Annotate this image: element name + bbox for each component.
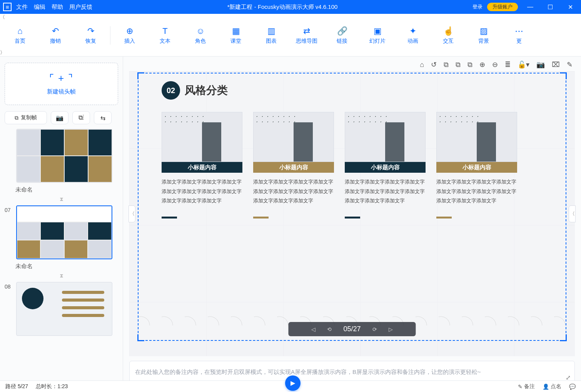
category-card[interactable]: 小标题内容添加文字添加文字添加文字添加文字添加文字添加文字添加文字添加文字添加文… [162,112,242,219]
login-link[interactable]: 登录 [472,3,482,10]
ribbon-文本[interactable]: T文本 [149,24,181,47]
canvas-tool-icon[interactable]: ✎ [567,60,573,69]
maximize-button[interactable]: ☐ [543,3,558,11]
card-body-text: 添加文字添加文字添加文字添加文字添加文字添加文字添加文字添加文字添加文字添加文字… [253,177,334,206]
menu-feedback[interactable]: 用户反馈 [69,3,92,11]
ribbon-更[interactable]: ⋯更 [503,24,535,47]
ribbon-图表[interactable]: ▥图表 [255,24,287,47]
next-page-icon[interactable]: ▷ [389,326,393,332]
card-accent [162,217,177,219]
card-subtitle: 小标题内容 [436,162,517,173]
prev-time-icon[interactable]: ⟲ [327,326,332,332]
canvas-tool-icon[interactable]: 🔓▾ [518,60,529,69]
ribbon-插入[interactable]: ⊕插入 [114,24,146,47]
card-accent [436,217,452,219]
status-duration: 总时长：1:23 [36,383,68,390]
ribbon-label: 首页 [15,38,25,45]
menu-file[interactable]: 文件 [16,3,28,11]
next-time-icon[interactable]: ⟳ [372,326,377,332]
camera-button[interactable]: 📷 [51,111,68,124]
canvas-tool-icon[interactable]: ⌧ [552,60,560,69]
ribbon-label: 链接 [337,38,347,45]
canvas-tool-icon[interactable]: ↺ [431,60,437,69]
status-path: 路径 5/27 [5,383,28,390]
card-subtitle: 小标题内容 [253,162,334,173]
card-image [162,112,242,162]
ribbon-label: 背景 [478,38,489,45]
ribbon-思维导图[interactable]: ⇄思维导图 [290,24,323,47]
copy-frame-button[interactable]: ⧉ 复制帧 [5,111,47,124]
canvas[interactable]: 〈 〈 02 风格分类 小标题内容添加文字添加文字添加文字添加文字添加文字添加文… [129,71,575,356]
canvas-tool-icon[interactable]: ⧉ [456,61,461,69]
canvas-tool-icon[interactable]: ⧉ [444,61,449,69]
main-area: ⌜ + ⌝ 新建镜头帧 ▾ ⧉ 复制帧 📷 ⧉⁞ ⇆ 未命名 ⧗ [0,57,581,388]
ribbon-icon: ▥ [266,26,276,36]
ribbon-首页[interactable]: ⌂首页 [4,24,36,47]
category-card[interactable]: 小标题内容添加文字添加文字添加文字添加文字添加文字添加文字添加文字添加文字添加文… [436,112,517,219]
new-frame-icon: ⌜ + ⌝ [49,72,74,84]
ribbon-icon: ▣ [372,26,382,36]
thumbnail-item[interactable] [16,282,112,336]
page-counter: 05/27 [343,325,361,333]
slide-title-text[interactable]: 风格分类 [185,83,228,98]
ribbon-链接[interactable]: 🔗链接 [326,24,358,47]
ribbon-label: 角色 [195,38,206,45]
ribbon-label: 恢复 [85,38,96,45]
ribbon-撤销[interactable]: ↶撤销 [39,24,72,47]
ribbon-课堂[interactable]: ▦课堂 [220,24,252,47]
new-frame-label: 新建镜头帧 [47,88,76,95]
window-title: *新建工程 - Focusky动画演示大师 v4.6.100 [92,3,472,11]
canvas-tool-icon[interactable]: ⌂ [420,61,424,69]
collapse-right-button[interactable]: 〈 [569,205,576,222]
new-frame-button[interactable]: ⌜ + ⌝ 新建镜头帧 [5,63,118,105]
ribbon-背景[interactable]: ▨背景 [467,24,500,47]
canvas-tool-icon[interactable]: ⧉ [467,61,472,69]
card-image [345,112,426,162]
ribbon-动画[interactable]: ✦动画 [397,24,429,47]
thumb-number: 07 [5,207,15,213]
play-button[interactable]: ▶ [285,375,301,391]
slide-content: 02 风格分类 小标题内容添加文字添加文字添加文字添加文字添加文字添加文字添加文… [162,81,550,219]
status-notes-button[interactable]: ✎ 备注 [518,383,535,390]
collapse-sidebar-button[interactable]: 〈 [129,205,135,222]
prev-page-icon[interactable]: ◁ [311,326,316,332]
card-body-text: 添加文字添加文字添加文字添加文字添加文字添加文字添加文字添加文字添加文字添加文字… [436,177,517,206]
menu-help[interactable]: 帮助 [52,3,63,11]
ribbon-icon: ▦ [231,26,241,36]
ribbon-label: 文本 [160,38,170,45]
canvas-tool-icon[interactable]: ⊕ [479,60,485,69]
thumbnail-item[interactable] [16,129,112,183]
category-card[interactable]: 小标题内容添加文字添加文字添加文字添加文字添加文字添加文字添加文字添加文字添加文… [345,112,426,219]
category-card[interactable]: 小标题内容添加文字添加文字添加文字添加文字添加文字添加文字添加文字添加文字添加文… [253,112,334,219]
canvas-tool-icon[interactable]: 📷 [536,60,545,69]
status-roll-call-button[interactable]: 👤 点名 [543,383,561,390]
status-chat-button[interactable]: 💬 [569,384,576,390]
ribbon-label: 交互 [443,38,454,45]
ribbon-label: 动画 [407,38,418,45]
ribbon-恢复[interactable]: ↷恢复 [75,24,107,47]
close-button[interactable]: ✕ [563,3,578,11]
ribbon-幻灯片[interactable]: ▣幻灯片 [361,24,394,47]
qr-button[interactable]: ⧉⁞ [72,111,90,124]
ribbon-scroll-left[interactable]: 〈 [0,14,581,21]
thumbnail-list: 未命名 ⧗ 07 未命名 ⧗ 08 [0,129,123,388]
ribbon-角色[interactable]: ☺角色 [184,24,217,47]
ribbon-label: 图表 [266,38,277,45]
thumbnail-item-selected[interactable] [16,205,112,259]
ribbon-scroll-right[interactable]: 〉 [0,49,581,56]
menu-edit[interactable]: 编辑 [34,3,45,11]
card-image [436,112,517,162]
page-indicator: ◁ ⟲ 05/27 ⟳ ▷ [288,322,416,336]
canvas-tool-icon[interactable]: ⊖ [492,60,498,69]
swap-button[interactable]: ⇆ [94,111,112,124]
canvas-toolbar: ⌂↺⧉⧉⧉⊕⊖≣🔓▾📷⌧✎ [123,57,581,71]
status-bar: 路径 5/27 总时长：1:23 ▶ ✎ 备注 👤 点名 💬 [0,380,581,392]
canvas-tool-icon[interactable]: ≣ [505,60,511,69]
thumb-number: 08 [5,284,15,290]
ribbon-icon: 🔗 [337,26,347,36]
upgrade-button[interactable]: 升级账户 [487,3,518,11]
ribbon-交互[interactable]: ☝交互 [432,24,464,47]
minimize-button[interactable]: — [523,3,538,10]
ribbon-label: 撤销 [50,38,61,45]
selection-frame[interactable]: 02 风格分类 小标题内容添加文字添加文字添加文字添加文字添加文字添加文字添加文… [138,73,566,341]
